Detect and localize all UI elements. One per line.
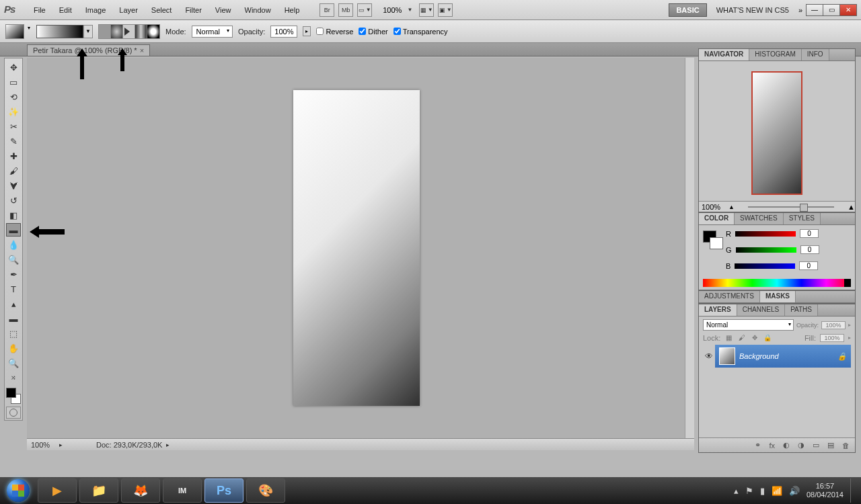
r-slider[interactable] [735, 231, 796, 237]
workspace-basic-button[interactable]: BASIC [669, 3, 706, 17]
new-layer-icon[interactable]: ▤ [827, 441, 834, 450]
gradient-reflected-button[interactable] [135, 25, 147, 38]
gradient-picker-dropdown[interactable]: ▼ [83, 25, 93, 38]
zoom-out-icon[interactable]: ▲ [728, 204, 735, 210]
transparency-checkbox[interactable]: Transparency [394, 28, 448, 36]
screenmode-button[interactable]: ▭▼ [357, 3, 372, 17]
lock-pixels-icon[interactable]: 🖌 [737, 333, 746, 342]
r-value[interactable]: 0 [800, 229, 819, 238]
stamp-tool[interactable]: ⮟ [6, 179, 21, 192]
marquee-tool[interactable]: ▭ [6, 75, 21, 89]
gradient-linear-button[interactable] [99, 25, 111, 38]
hand-tool[interactable]: ✋ [6, 341, 21, 355]
taskbar-wmp[interactable]: ▶ [38, 478, 77, 503]
brush-tool[interactable]: 🖌 [6, 164, 21, 177]
tab-channels[interactable]: CHANNELS [737, 304, 785, 316]
minibridge-button[interactable]: Mb [338, 3, 353, 17]
b-value[interactable]: 0 [799, 261, 818, 270]
tab-color[interactable]: COLOR [699, 213, 735, 224]
gradient-diamond-button[interactable] [147, 25, 159, 38]
3d-tool[interactable]: ⬚ [6, 327, 21, 340]
tab-adjustments[interactable]: ADJUSTMENTS [699, 291, 760, 302]
minimize-button[interactable]: — [806, 4, 823, 16]
tray-volume-icon[interactable]: 🔊 [789, 486, 800, 496]
tray-flag-icon[interactable]: ⚑ [745, 486, 753, 496]
menu-edit[interactable]: Edit [52, 3, 79, 17]
bridge-button[interactable]: Br [320, 3, 334, 17]
document-canvas[interactable] [293, 90, 420, 406]
taskbar-photoshop[interactable]: Ps [204, 478, 244, 503]
tray-clock[interactable]: 16:57 08/04/2014 [807, 482, 844, 499]
shape-tool[interactable]: ▬ [6, 312, 21, 325]
layer-fill-value[interactable]: 100% [820, 334, 844, 342]
opacity-flyout-icon[interactable]: ▸ [848, 322, 851, 328]
opacity-input[interactable]: 100% [270, 26, 297, 38]
start-button[interactable] [0, 477, 36, 504]
screen-button[interactable]: ▣▼ [438, 3, 453, 17]
workspace-whatsnew[interactable]: WHAT'S NEW IN CS5 [711, 6, 794, 14]
visibility-eye-icon[interactable]: 👁 [705, 351, 713, 361]
menu-select[interactable]: Select [145, 3, 179, 17]
menu-file[interactable]: File [27, 3, 52, 17]
dodge-tool[interactable]: 🔍 [6, 253, 21, 266]
gradient-preview[interactable] [36, 25, 83, 38]
path-select-tool[interactable]: ▴ [6, 297, 21, 310]
magic-wand-tool[interactable]: ✨ [6, 105, 21, 118]
menu-window[interactable]: Window [238, 3, 278, 17]
lasso-tool[interactable]: ⟲ [6, 90, 21, 103]
b-slider[interactable] [735, 263, 795, 269]
opacity-flyout-icon[interactable]: ▸ [303, 26, 311, 36]
menu-help[interactable]: Help [278, 3, 307, 17]
navigator-zoom-slider[interactable] [748, 206, 834, 208]
color-ramp[interactable] [703, 279, 851, 287]
navigator-zoom-value[interactable]: 100% [699, 203, 728, 211]
dither-checkbox[interactable]: Dither [359, 28, 387, 36]
reverse-checkbox[interactable]: Reverse [316, 28, 353, 36]
taskbar-paint[interactable]: 🎨 [246, 478, 285, 503]
gradient-radial-button[interactable] [111, 25, 123, 38]
bg-color-swatch[interactable] [710, 237, 723, 249]
foreground-color[interactable] [6, 388, 16, 398]
workspace-more-icon[interactable]: » [798, 6, 802, 14]
menu-filter[interactable]: Filter [178, 3, 208, 17]
tab-masks[interactable]: MASKS [760, 291, 796, 302]
taskbar-firefox[interactable]: 🦊 [121, 478, 160, 503]
chevron-down-icon[interactable]: ▼ [407, 7, 412, 13]
tab-histogram[interactable]: HISTOGRAM [749, 49, 801, 60]
tab-navigator[interactable]: NAVIGATOR [699, 49, 749, 60]
layer-fx-icon[interactable]: fx [769, 442, 775, 450]
gradient-tool[interactable]: ▬ [6, 223, 21, 237]
tray-expand-icon[interactable]: ▴ [734, 486, 739, 496]
close-button[interactable]: ✕ [839, 4, 857, 16]
layer-blend-select[interactable]: Normal [703, 319, 794, 331]
delete-layer-icon[interactable]: 🗑 [842, 442, 850, 450]
layer-group-icon[interactable]: ▭ [813, 441, 819, 450]
eraser-tool[interactable]: ◧ [6, 208, 21, 222]
fill-flyout-icon[interactable]: ▸ [848, 335, 851, 341]
layer-opacity-value[interactable]: 100% [821, 321, 846, 329]
lock-all-icon[interactable]: 🔒 [763, 333, 772, 342]
gradient-angle-button[interactable] [123, 25, 135, 38]
menu-layer[interactable]: Layer [112, 3, 145, 17]
vertical-scrollbar[interactable] [685, 58, 694, 438]
taskbar-explorer[interactable]: 📁 [79, 478, 118, 503]
color-swatch-pair[interactable] [703, 230, 716, 243]
healing-tool[interactable]: ✚ [6, 149, 21, 163]
adjustment-layer-icon[interactable]: ◑ [798, 441, 804, 450]
maximize-button[interactable]: ▭ [823, 4, 840, 16]
taskbar-imvu[interactable]: IM [163, 478, 202, 503]
quickmask-button[interactable] [6, 407, 21, 419]
link-layers-icon[interactable]: ⚭ [755, 441, 761, 450]
tab-layers[interactable]: LAYERS [699, 304, 737, 316]
g-slider[interactable] [736, 247, 796, 253]
crop-tool[interactable]: ✂ [6, 120, 21, 133]
color-swatches[interactable] [6, 388, 21, 404]
layer-item-background[interactable]: Background 🔒 [715, 345, 851, 368]
zoom-in-icon[interactable]: ▲ [848, 203, 855, 211]
tab-paths[interactable]: PATHS [785, 304, 818, 316]
move-tool[interactable]: ✥ [6, 60, 21, 74]
status-flyout-icon[interactable]: ▸ [166, 442, 170, 448]
lock-trans-icon[interactable]: ▦ [724, 333, 733, 342]
zoom-tool[interactable]: 🔍 [6, 356, 21, 370]
tab-info[interactable]: INFO [802, 49, 829, 60]
